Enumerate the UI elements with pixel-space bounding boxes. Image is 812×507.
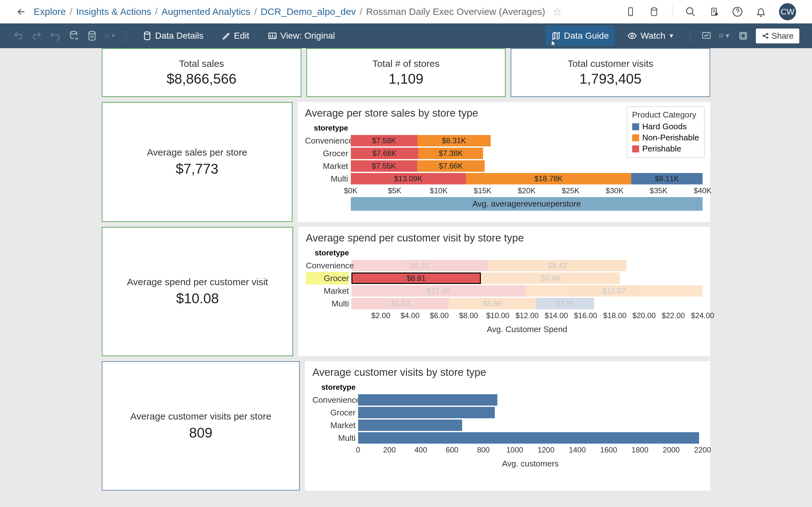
kpi-card-avg-sales-per-store[interactable]: Average sales per store $7,773 [102, 102, 293, 222]
legend-swatch-hardgoods [632, 123, 639, 130]
kpi-value: 1,109 [389, 71, 423, 87]
share-button[interactable]: Share [756, 29, 799, 43]
kpi-title: Average sales per store [147, 147, 247, 158]
bar-row[interactable] [358, 419, 703, 432]
kpi-title: Total # of stores [372, 58, 440, 69]
download-icon[interactable] [738, 30, 749, 42]
category-label: Market [306, 285, 349, 297]
bar-row[interactable] [358, 394, 703, 406]
toolbar: ▼ Data Details Edit View: Original Data … [0, 23, 812, 48]
bar-segment[interactable]: $7.58K [351, 135, 417, 147]
pause-data-icon[interactable] [86, 30, 98, 42]
bar-segment[interactable] [358, 394, 497, 406]
kpi-title: Total customer visits [568, 58, 653, 69]
clipboard-icon[interactable] [709, 6, 719, 17]
undo-icon[interactable] [13, 30, 24, 42]
kpi-title: Average customer visits per store [131, 411, 271, 422]
revert-icon[interactable] [49, 30, 61, 42]
category-label: Multi [306, 297, 349, 310]
chart-avg-customer-visits[interactable]: Average customer visits by store type st… [305, 361, 710, 491]
chart-title: Average customer visits by store type [312, 366, 703, 378]
bar-segment[interactable]: $7.68K [351, 148, 418, 159]
svg-rect-15 [105, 35, 109, 37]
bar-segment[interactable]: $7.55K [351, 160, 417, 172]
metrics-icon[interactable] [701, 30, 712, 42]
kpi-card-total-sales[interactable]: Total sales $8,866,566 [102, 48, 301, 97]
bar-row[interactable]: $9.31$9.42 [351, 259, 703, 272]
breadcrumb-link[interactable]: Explore [34, 6, 66, 17]
redo-icon[interactable] [31, 30, 43, 42]
svg-point-8 [715, 13, 718, 15]
bar-row[interactable] [358, 432, 703, 444]
data-guide-button[interactable]: Data Guide [546, 26, 615, 46]
comments-icon[interactable]: ▼ [719, 30, 730, 42]
bar-segment[interactable]: $9.31 [351, 260, 488, 271]
breadcrumb-link[interactable]: DCR_Demo_alpo_dev [261, 6, 356, 17]
bar-row[interactable] [358, 406, 703, 419]
data-details-button[interactable]: Data Details [137, 26, 209, 46]
back-arrow-icon[interactable] [16, 6, 27, 17]
bar-segment[interactable]: $18.78K [466, 173, 631, 184]
chart-avg-per-store-sales[interactable]: Average per store sales by store type Pr… [298, 102, 710, 222]
notifications-icon[interactable] [756, 6, 766, 17]
help-icon[interactable] [732, 6, 743, 17]
bar-segment[interactable]: $7.66K [417, 160, 485, 172]
svg-point-11 [70, 32, 77, 34]
kpi-card-avg-spend-per-visit[interactable]: Average spend per customer visit $10.08 [102, 227, 293, 356]
search-icon[interactable] [685, 6, 696, 17]
bar-segment[interactable]: $13.09K [351, 173, 466, 184]
database-icon[interactable] [649, 6, 659, 17]
svg-line-29 [764, 36, 767, 38]
bar-segment[interactable]: $9.48 [481, 273, 620, 284]
view-button[interactable]: View: Original [262, 26, 341, 46]
watch-button[interactable]: Watch ▼ [621, 26, 680, 46]
bar-row[interactable]: $8.81$9.48 [351, 272, 703, 285]
breadcrumb-link[interactable]: Insights & Actions [76, 6, 151, 17]
chart-title: Average spend per customer visit by stor… [306, 232, 703, 244]
bar-segment[interactable]: $8.31K [417, 135, 491, 147]
svg-point-3 [687, 8, 693, 14]
edit-button[interactable]: Edit [216, 26, 255, 46]
x-axis-label: Avg. customers [358, 456, 703, 471]
chart-body: storetypeConvenienceGrocerMarketMulti $9… [306, 248, 703, 337]
bar-segment[interactable]: $11.86 [351, 285, 525, 297]
bar-row[interactable]: $7.58K$8.31K [351, 134, 703, 147]
bar-segment[interactable]: $8.81 [351, 273, 480, 284]
favorite-star-icon[interactable]: ☆ [552, 5, 562, 18]
device-phone-icon[interactable] [625, 6, 636, 17]
kpi-card-total-stores[interactable]: Total # of stores 1,109 [306, 48, 506, 97]
breadcrumb-link[interactable]: Augmented Analytics [161, 6, 250, 17]
bar-segment[interactable] [358, 419, 462, 431]
kpi-value: 809 [189, 425, 212, 441]
bar-row[interactable]: $13.09K$18.78K$8.11K [351, 172, 703, 185]
category-label: Grocer [306, 272, 349, 285]
kpi-value: 1,793,405 [579, 71, 642, 87]
kpi-row: Total sales $8,866,566 Total # of stores… [102, 48, 710, 97]
bar-segment[interactable]: $12.07 [525, 285, 703, 297]
bar-segment[interactable]: $6.63 [351, 298, 449, 309]
bar-row[interactable]: $11.86$12.07 [351, 285, 703, 297]
category-label: Market [305, 160, 348, 172]
refresh-data-icon[interactable] [68, 30, 79, 42]
breadcrumb: Explore / Insights & Actions / Augmented… [34, 5, 562, 18]
bar-segment[interactable] [358, 407, 495, 418]
bar-segment[interactable]: $9.42 [488, 260, 626, 271]
kpi-title: Total sales [179, 58, 224, 69]
category-label: Convenience [306, 259, 349, 272]
avatar[interactable]: CW [779, 3, 796, 20]
custom-views-icon[interactable]: ▼ [105, 30, 116, 42]
bar-segment[interactable]: $3.95 [537, 298, 595, 309]
bar-segment[interactable] [358, 432, 699, 444]
bar-segment[interactable]: $5.96 [449, 298, 537, 309]
breadcrumb-current: Rossman Daily Exec Overview (Averages) [366, 6, 545, 17]
bar-segment[interactable]: $8.11K [631, 173, 703, 184]
x-axis-label: Avg. Customer Spend [351, 322, 703, 337]
svg-point-21 [631, 35, 634, 37]
bar-row[interactable]: $7.68K$7.38K [351, 147, 703, 160]
chart-avg-spend-per-visit[interactable]: Average spend per customer visit by stor… [298, 227, 710, 356]
bar-row[interactable]: $6.63$5.96$3.95 [351, 297, 703, 310]
kpi-card-total-visits[interactable]: Total customer visits 1,793,405 [511, 48, 710, 97]
kpi-card-avg-visits-per-store[interactable]: Average customer visits per store 809 [102, 361, 300, 491]
bar-row[interactable]: $7.55K$7.66K [351, 160, 703, 172]
bar-segment[interactable]: $7.38K [418, 148, 484, 159]
